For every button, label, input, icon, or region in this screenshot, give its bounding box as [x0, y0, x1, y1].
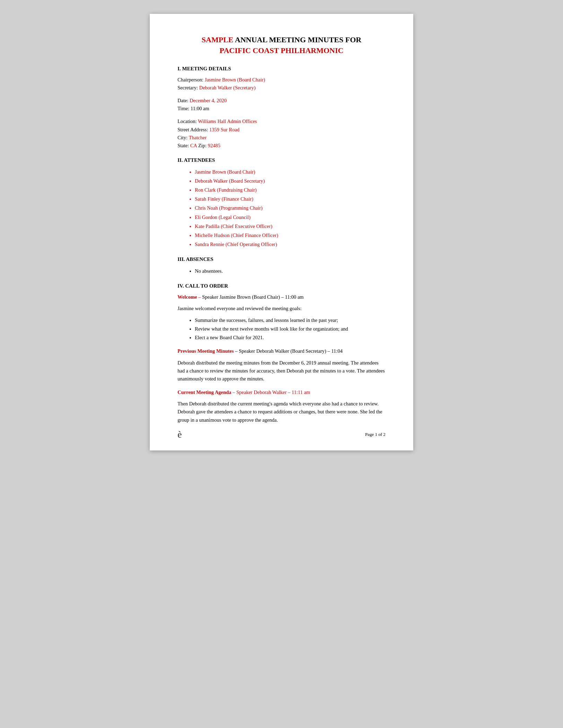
secretary-row: Secretary: Deborah Walker (Secretary): [177, 84, 386, 92]
footer-icon: è: [177, 429, 182, 440]
section2-header: II. ATTENDEES: [177, 157, 386, 163]
page-footer: è Page 1 of 2: [177, 429, 386, 440]
chairperson-label: Chairperson:: [177, 77, 205, 82]
attendee-item: Sandra Rennie (Chief Operating Officer): [195, 240, 386, 249]
date-row: Date: December 4, 2020: [177, 97, 386, 105]
date-value: December 4, 2020: [190, 98, 227, 103]
current-body: Then Deborah distributed the current mee…: [177, 400, 386, 424]
location-group: Location: Williams Hall Admin Offices St…: [177, 117, 386, 150]
zip-label: Zip:: [197, 143, 208, 148]
city-label: City:: [177, 135, 189, 140]
attendee-item: Eli Gordon (Legal Council): [195, 213, 386, 222]
time-value: 11:00 am: [191, 106, 209, 111]
secretary-value: Deborah Walker (Secretary): [199, 85, 255, 90]
prev-body: Deborah distributed the meeting minutes …: [177, 359, 386, 383]
attendee-item: Chris Noah (Programming Chair): [195, 203, 386, 212]
attendee-item: Jasmine Brown (Board Chair): [195, 167, 386, 176]
attendees-list: Jasmine Brown (Board Chair)Deborah Walke…: [177, 167, 386, 249]
street-label: Street Address:: [177, 127, 209, 132]
state-label: State:: [177, 143, 190, 148]
prev-label: Previous Meeting Minutes: [177, 348, 234, 354]
attendee-item: Kate Padilla (Chief Executive Officer): [195, 222, 386, 231]
location-row: Location: Williams Hall Admin Offices: [177, 117, 386, 125]
attendee-item: Ron Clark (Fundraising Chair): [195, 185, 386, 194]
welcome-intro: Jasmine welcomed everyone and reviewed t…: [177, 305, 386, 313]
city-row: City: Thatcher: [177, 134, 386, 142]
prev-heading-line: Previous Meeting Minutes – Speaker Debor…: [177, 347, 386, 355]
chairperson-value: Jasmine Brown (Board Chair): [205, 77, 265, 82]
city-value: Thatcher: [189, 135, 207, 140]
state-value: CA: [190, 143, 197, 148]
zip-value: 92485: [208, 143, 220, 148]
date-label: Date:: [177, 98, 190, 103]
time-row: Time: 11:00 am: [177, 105, 386, 113]
title-black-text: ANNUAL MEETING MINUTES FOR: [233, 35, 361, 44]
section1-header: I. MEETING DETAILS: [177, 66, 386, 72]
location-label: Location:: [177, 119, 198, 124]
chairperson-row: Chairperson: Jasmine Brown (Board Chair): [177, 76, 386, 84]
title-red-word: SAMPLE: [202, 35, 234, 44]
current-heading-line: Current Meeting Agenda – Speaker Deborah…: [177, 388, 386, 396]
current-speaker: – Speaker Deborah Walker – 11:11 am: [231, 389, 310, 395]
prev-speaker: – Speaker Deborah Walker (Board Secretar…: [234, 348, 343, 354]
goal-item: Summarize the successes, failures, and l…: [195, 316, 386, 325]
page-title: SAMPLE ANNUAL MEETING MINUTES FOR PACIFI…: [177, 35, 386, 56]
absences-list: No absentees.: [177, 266, 386, 275]
attendee-item: Sarah Finley (Finance Chair): [195, 194, 386, 203]
current-agenda-block: Current Meeting Agenda – Speaker Deborah…: [177, 388, 386, 424]
welcome-label: Welcome: [177, 294, 197, 300]
attendee-item: Michelle Hudson (Chief Finance Officer): [195, 231, 386, 240]
goal-item: Review what the next twelve months will …: [195, 325, 386, 333]
welcome-speaker: Speaker Jasmine Brown (Board Chair) – 11…: [202, 294, 304, 300]
welcome-dash: –: [197, 294, 202, 300]
welcome-heading-line: Welcome – Speaker Jasmine Brown (Board C…: [177, 293, 386, 301]
date-time-group: Date: December 4, 2020 Time: 11:00 am: [177, 97, 386, 113]
goal-item: Elect a new Board Chair for 2021.: [195, 333, 386, 342]
welcome-goals-list: Summarize the successes, failures, and l…: [177, 316, 386, 342]
street-value: 1359 Sur Road: [209, 127, 240, 132]
state-row: State: CA Zip: 92485: [177, 142, 386, 150]
location-value: Williams Hall Admin Offices: [198, 119, 257, 124]
welcome-block: Welcome – Speaker Jasmine Brown (Board C…: [177, 293, 386, 342]
attendee-item: Deborah Walker (Board Secretary): [195, 176, 386, 185]
section4-header: IV. CALL TO ORDER: [177, 283, 386, 289]
meeting-details-group: Chairperson: Jasmine Brown (Board Chair)…: [177, 76, 386, 92]
absences-item: No absentees.: [195, 266, 386, 275]
time-label: Time:: [177, 106, 191, 111]
title-org-name: PACIFIC COAST PHILHARMONIC: [219, 46, 343, 55]
document-page: SAMPLE ANNUAL MEETING MINUTES FOR PACIFI…: [150, 14, 413, 450]
prev-minutes-block: Previous Meeting Minutes – Speaker Debor…: [177, 347, 386, 383]
secretary-label: Secretary:: [177, 85, 199, 90]
current-label: Current Meeting Agenda: [177, 389, 231, 395]
section3-header: III. ABSENCES: [177, 256, 386, 262]
street-row: Street Address: 1359 Sur Road: [177, 126, 386, 134]
page-number: Page 1 of 2: [365, 432, 386, 437]
